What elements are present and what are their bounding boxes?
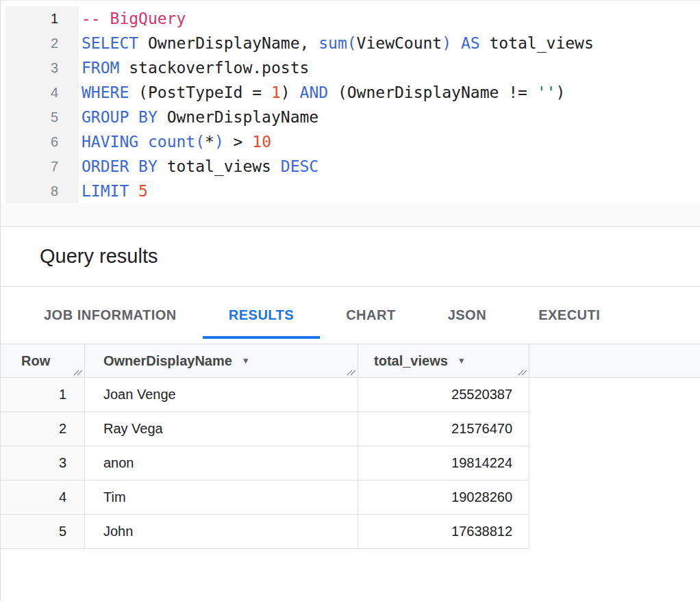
code-lines: 1-- BigQuery2SELECT OwnerDisplayName, su…	[5, 6, 700, 203]
column-header-label: OwnerDisplayName	[103, 353, 232, 369]
editor-footer	[1, 203, 700, 226]
code-token: ORDER BY	[82, 157, 158, 175]
tab-json[interactable]: JSON	[422, 287, 512, 344]
results-table-body: 1Joan Venge255203872Ray Vega215764703ano…	[1, 378, 529, 549]
column-resize-handle-icon[interactable]	[73, 367, 82, 376]
owner-display-name-cell: Joan Venge	[85, 378, 358, 411]
column-header-label: total_views	[374, 353, 448, 369]
code-token: (PostTypeId =	[129, 84, 271, 101]
tab-label: JSON	[448, 307, 486, 323]
code-token: DESC	[281, 157, 318, 175]
tab-label: JOB INFORMATION	[44, 307, 177, 323]
tab-label: RESULTS	[229, 307, 294, 323]
code-token: stackoverflow.posts	[119, 59, 309, 77]
code-line: 3FROM stackoverflow.posts	[5, 55, 700, 80]
table-row: 5John17638812	[1, 515, 529, 549]
column-header-row: Row	[1, 344, 85, 377]
code-token: )	[281, 84, 300, 101]
code-text[interactable]: HAVING count(*) > 10	[79, 129, 271, 154]
code-token: OwnerDisplayName	[158, 108, 318, 126]
code-token: OwnerDisplayName,	[138, 34, 318, 52]
tab-executi[interactable]: EXECUTI	[512, 287, 626, 344]
code-token: )	[214, 133, 224, 151]
code-line: 4WHERE (PostTypeId = 1) AND (OwnerDispla…	[5, 80, 700, 105]
total-views-cell: 25520387	[358, 378, 529, 411]
line-number: 1	[5, 6, 79, 31]
sql-editor[interactable]: 1-- BigQuery2SELECT OwnerDisplayName, su…	[1, 0, 700, 227]
table-row: 2Ray Vega21576470	[1, 412, 529, 446]
column-resize-handle-icon[interactable]	[347, 367, 355, 376]
code-text[interactable]: LIMIT 5	[79, 179, 148, 203]
owner-display-name-cell: anon	[85, 446, 358, 480]
code-token: ''	[537, 84, 556, 101]
tab-job-information[interactable]: JOB INFORMATION	[18, 287, 203, 344]
query-results-header: Query results	[1, 227, 700, 287]
code-text[interactable]: GROUP BY OwnerDisplayName	[79, 105, 318, 129]
code-scroll-area: 1-- BigQuery2SELECT OwnerDisplayName, su…	[1, 1, 700, 203]
code-token: WHERE	[82, 84, 129, 101]
code-token: *	[205, 133, 214, 151]
code-token: total_views	[480, 34, 594, 52]
page-title: Query results	[40, 245, 158, 268]
code-token: AND	[300, 84, 329, 101]
row-number-cell: 2	[1, 412, 85, 446]
column-resize-handle-icon[interactable]	[518, 367, 527, 376]
code-token: count(	[148, 133, 205, 151]
code-token: )	[555, 84, 565, 101]
code-line: 7ORDER BY total_views DESC	[5, 154, 700, 179]
total-views-cell: 19814224	[358, 446, 529, 480]
code-token: sum(	[318, 34, 356, 52]
row-number-cell: 1	[1, 378, 85, 411]
code-token: -- BigQuery	[82, 10, 186, 27]
code-token: GROUP BY	[82, 108, 158, 126]
tab-chart[interactable]: CHART	[320, 287, 422, 344]
code-token: FROM	[82, 59, 119, 77]
total-views-cell: 21576470	[358, 412, 529, 446]
code-token	[129, 182, 138, 200]
code-token: ) AS	[442, 34, 479, 52]
code-text[interactable]: WHERE (PostTypeId = 1) AND (OwnerDisplay…	[79, 80, 565, 105]
owner-display-name-cell: Ray Vega	[85, 412, 358, 446]
code-line: 6HAVING count(*) > 10	[5, 129, 700, 154]
total-views-cell: 17638812	[358, 515, 529, 548]
code-token	[138, 133, 148, 151]
column-header-label: Row	[21, 353, 50, 369]
line-number: 6	[5, 129, 79, 154]
sort-caret-icon[interactable]: ▼	[458, 357, 466, 365]
total-views-cell: 19028260	[358, 481, 529, 514]
line-number: 8	[5, 179, 79, 203]
code-text[interactable]: FROM stackoverflow.posts	[79, 55, 309, 80]
results-table-header: RowOwnerDisplayName▼total_views▼	[1, 344, 700, 378]
sort-caret-icon[interactable]: ▼	[242, 357, 250, 365]
table-row: 4Tim19028260	[1, 481, 529, 515]
column-header-ownerdisplayname[interactable]: OwnerDisplayName▼	[85, 344, 358, 377]
code-token: (OwnerDisplayName !=	[328, 84, 537, 101]
code-text[interactable]: ORDER BY total_views DESC	[79, 154, 318, 179]
code-line: 8LIMIT 5	[5, 179, 700, 203]
code-token: SELECT	[82, 34, 138, 52]
line-number: 2	[5, 31, 79, 55]
code-token: LIMIT	[82, 182, 129, 200]
table-row: 1Joan Venge25520387	[1, 378, 529, 412]
active-tab-underline	[203, 336, 320, 339]
tab-label: EXECUTI	[538, 307, 600, 323]
code-text[interactable]: SELECT OwnerDisplayName, sum(ViewCount) …	[79, 31, 594, 55]
table-row: 3anon19814224	[1, 446, 529, 481]
line-number: 3	[5, 55, 79, 80]
code-line: 2SELECT OwnerDisplayName, sum(ViewCount)…	[5, 31, 700, 55]
column-header-total-views[interactable]: total_views▼	[358, 344, 529, 377]
code-token: 5	[138, 182, 148, 200]
code-token: ViewCount	[357, 34, 442, 52]
line-number: 4	[5, 80, 79, 105]
tab-results[interactable]: RESULTS	[203, 287, 320, 344]
code-token: total_views	[158, 157, 281, 175]
row-number-cell: 4	[1, 481, 85, 514]
results-tabs: JOB INFORMATIONRESULTSCHARTJSONEXECUTI	[1, 287, 700, 344]
row-number-cell: 5	[1, 515, 85, 548]
row-number-cell: 3	[1, 446, 85, 480]
owner-display-name-cell: John	[85, 515, 358, 548]
bigquery-results-screen: 1-- BigQuery2SELECT OwnerDisplayName, su…	[0, 0, 700, 601]
line-number: 5	[5, 105, 79, 129]
code-text[interactable]: -- BigQuery	[79, 6, 186, 31]
code-token: 10	[252, 133, 271, 151]
